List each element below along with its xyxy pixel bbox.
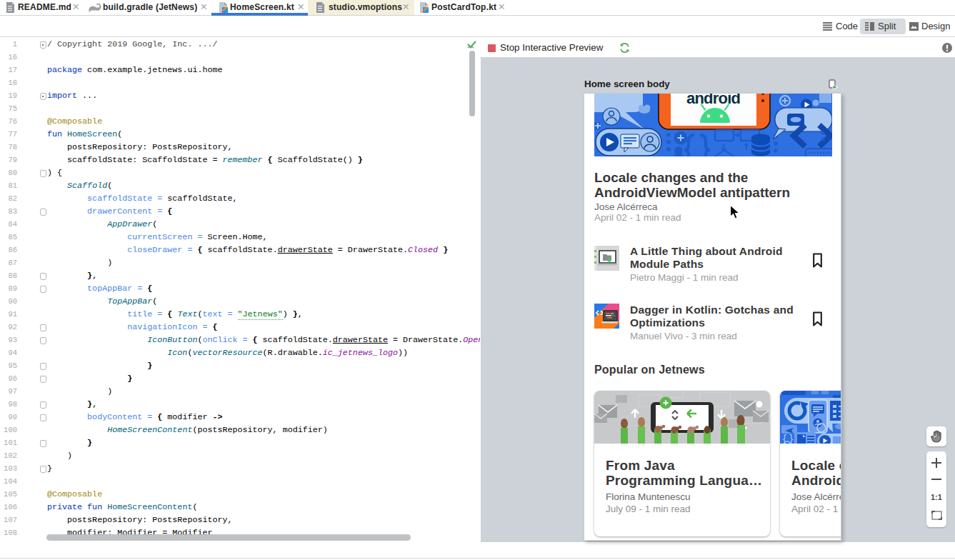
svg-text:android: android — [686, 94, 741, 107]
